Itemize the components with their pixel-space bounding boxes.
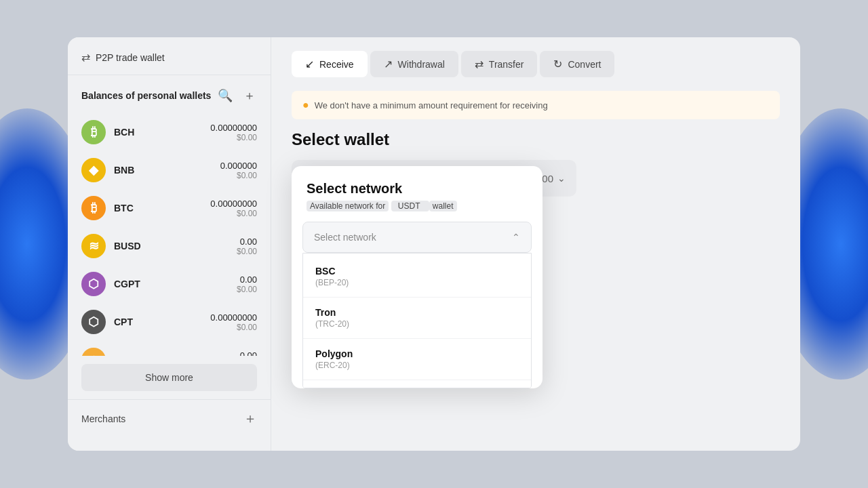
network-name: BSC (315, 266, 519, 277)
coin-item-busd[interactable]: ≋ BUSD 0.00 $0.00 (75, 227, 264, 265)
coin-item-cpt[interactable]: ⬡ CPT 0.00000000 $0.00 (75, 303, 264, 341)
coin-balance: 0.00000000 $0.00 (210, 199, 257, 218)
coin-balance: 0.00 $0.00 (237, 350, 257, 357)
tab-convert[interactable]: ↻ Convert (540, 51, 614, 77)
sidebar: ⇄ P2P trade wallet Balances of personal … (68, 37, 271, 451)
coin-balance: 0.00 $0.00 (237, 237, 257, 256)
coin-balance-usd: $0.00 (237, 247, 257, 256)
balances-actions: 🔍 ＋ (216, 86, 257, 105)
network-sub: (TRC-20) (315, 319, 519, 329)
coin-balance: 0.000000 $0.00 (220, 161, 257, 180)
subtitle-prefix: Available network for (307, 201, 389, 211)
network-list: BSC (BEP-20) Tron (TRC-20) Polygon (ERC-… (302, 253, 532, 388)
network-modal-subtitle: Available network for USDT wallet (307, 201, 528, 211)
balances-title: Balances of personal wallets (81, 89, 211, 102)
coin-balance-amount: 0.00 (237, 237, 257, 247)
balances-header: Balances of personal wallets 🔍 ＋ (68, 75, 271, 113)
currency-badge: USDT (391, 201, 429, 211)
coin-balance-amount: 0.00000000 (210, 199, 257, 209)
network-modal: Select network Available network for USD… (292, 166, 542, 388)
coin-name: CGPT (114, 279, 140, 289)
coin-balance-usd: $0.00 (210, 323, 257, 332)
merchants-add-icon[interactable]: ＋ (243, 409, 257, 428)
tabs-row: ↙ Receive ↗ Withdrawal ⇄ Transfer ↻ Conv… (292, 51, 780, 77)
merchants-section[interactable]: Merchants ＋ (68, 399, 271, 437)
coin-item-bnb[interactable]: ◆ BNB 0.000000 $0.00 (75, 151, 264, 189)
tab-transfer-label: Transfer (489, 59, 524, 70)
merchants-label: Merchants (81, 413, 125, 424)
coin-icon-bch: ₿ (81, 120, 106, 144)
coin-item-btc[interactable]: ₿ BTC 0.00000000 $0.00 (75, 189, 264, 227)
tab-convert-label: Convert (568, 59, 601, 70)
coin-name: BNB (114, 165, 134, 176)
sidebar-title: P2P trade wallet (96, 52, 165, 63)
tab-receive[interactable]: ↙ Receive (292, 51, 368, 77)
network-item-polygon[interactable]: Polygon (ERC-20) (303, 339, 531, 380)
coin-item-cgpt[interactable]: ⬡ CGPT 0.00 $0.00 (75, 265, 264, 303)
receive-icon: ↙ (305, 58, 314, 70)
network-modal-title: Select network (307, 181, 528, 197)
coin-balance-amount: 0.00 (237, 274, 257, 285)
info-bar: ● We don't have a minimum amount require… (292, 91, 780, 119)
coin-balance-amount: 0.00000000 (210, 312, 257, 323)
transfer-icon: ⇄ (475, 58, 484, 70)
coin-icon-cpt: ⬡ (81, 310, 106, 334)
network-item-tron[interactable]: Tron (TRC-20) (303, 298, 531, 339)
withdrawal-icon: ↗ (384, 58, 393, 70)
p2p-icon: ⇄ (81, 51, 90, 64)
coin-item-bch[interactable]: ₿ BCH 0.00000000 $0.00 (75, 113, 264, 151)
coin-balance: 0.00000000 $0.00 (210, 312, 257, 332)
add-wallet-button[interactable]: ＋ (242, 86, 257, 105)
info-text: We don't have a minimum amount requireme… (315, 100, 548, 110)
tab-withdrawal-label: Withdrawal (398, 59, 445, 70)
coin-icon-dai: ◈ (81, 348, 106, 356)
tab-transfer[interactable]: ⇄ Transfer (461, 51, 538, 77)
coin-balance-usd: $0.00 (210, 133, 257, 142)
coin-balance-usd: $0.00 (220, 171, 257, 180)
tab-withdrawal[interactable]: ↗ Withdrawal (370, 51, 458, 77)
coin-icon-btc: ₿ (81, 196, 106, 220)
show-more-button[interactable]: Show more (81, 364, 257, 391)
main-content: ↙ Receive ↗ Withdrawal ⇄ Transfer ↻ Conv… (271, 37, 800, 451)
coin-name: BUSD (114, 241, 141, 251)
network-modal-header: Select network Available network for USD… (292, 166, 542, 215)
coin-icon-cgpt: ⬡ (81, 272, 106, 296)
coin-balance: 0.00000000 $0.00 (210, 123, 257, 142)
main-card: ⇄ P2P trade wallet Balances of personal … (68, 37, 800, 451)
network-dropdown-placeholder: Select network (314, 232, 376, 243)
coin-name: DAI (114, 354, 130, 356)
select-wallet-title: Select wallet (292, 130, 780, 149)
network-sub: (BEP-20) (315, 278, 519, 287)
network-item-bsc[interactable]: BSC (BEP-20) (303, 256, 531, 298)
coin-balance-amount: 0.00 (237, 350, 257, 357)
convert-icon: ↻ (553, 58, 562, 70)
coin-item-dai[interactable]: ◈ DAI 0.00 $0.00 (75, 341, 264, 356)
coin-balance-usd: $0.00 (210, 209, 257, 218)
coin-balance-amount: 0.00000000 (210, 123, 257, 133)
tab-receive-label: Receive (319, 59, 354, 70)
network-sub: (ERC-20) (315, 361, 519, 370)
network-name: Tron (315, 307, 519, 318)
coin-balance-usd: $0.00 (237, 285, 257, 294)
coin-balance-amount: 0.000000 (220, 161, 257, 171)
network-item-eth[interactable]: ETH (ERC-20) (303, 380, 531, 388)
coin-name: BTC (114, 203, 134, 214)
network-dropdown-header[interactable]: Select network ⌃ (302, 222, 532, 253)
coin-icon-busd: ≋ (81, 234, 106, 258)
coin-icon-bnb: ◆ (81, 158, 106, 182)
subtitle-suffix: wallet (429, 201, 457, 211)
coin-balance: 0.00 $0.00 (237, 274, 257, 294)
sidebar-header: ⇄ P2P trade wallet (68, 51, 271, 75)
info-icon: ● (302, 99, 309, 111)
chevron-down-icon: ⌄ (557, 173, 566, 184)
search-button[interactable]: 🔍 (216, 87, 234, 104)
chevron-up-icon: ⌃ (512, 232, 520, 243)
network-name: Polygon (315, 348, 519, 359)
coin-name: CPT (114, 317, 133, 327)
coin-list: ₿ BCH 0.00000000 $0.00 ◆ BNB 0.000000 $0… (68, 113, 271, 356)
coin-name: BCH (114, 127, 134, 138)
